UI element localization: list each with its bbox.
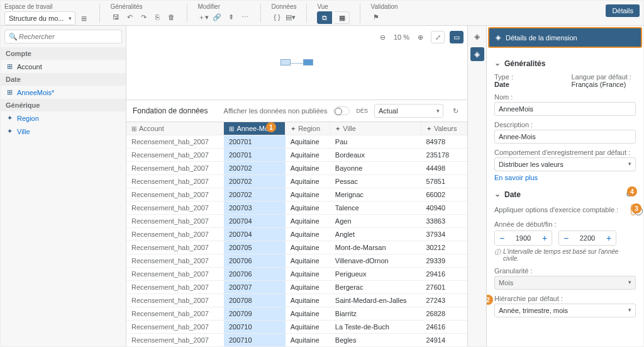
workspace-search[interactable]: 🔍 <box>4 30 122 43</box>
cell-valeurs[interactable]: 66002 <box>421 188 467 202</box>
section-date[interactable]: Date <box>494 190 636 199</box>
cell-region[interactable]: Aquitaine <box>286 241 330 254</box>
cell-account[interactable]: Recensement_hab_2007 <box>126 215 224 228</box>
learn-more-link[interactable]: En savoir plus <box>494 174 636 181</box>
cell-region[interactable]: Aquitaine <box>286 202 330 215</box>
name-input[interactable]: AnneeMois <box>494 102 636 116</box>
copy-icon[interactable]: ⎘ <box>152 11 163 23</box>
cell-valeurs[interactable]: 44498 <box>421 162 467 175</box>
cell-valeurs[interactable]: 29416 <box>421 268 467 281</box>
behavior-select[interactable]: Distribuer les valeurs <box>494 157 636 171</box>
fullscreen-icon[interactable]: ▭ <box>450 31 464 43</box>
cell-ville[interactable]: Mont-de-Marsan <box>330 241 421 254</box>
cell-ville[interactable]: Agen <box>330 215 421 228</box>
cell-region[interactable]: Aquitaine <box>286 215 330 228</box>
year-start-stepper[interactable]: − 1900 + <box>494 230 552 246</box>
year-end-stepper[interactable]: − 2200 + <box>558 230 616 246</box>
cell-ville[interactable]: Anglet <box>330 228 421 241</box>
cell-ville[interactable]: La Teste-de-Buch <box>330 321 421 334</box>
cell-account[interactable]: Recensement_hab_2007 <box>126 175 224 188</box>
table-row[interactable]: Recensement_hab_2007200705AquitaineMont-… <box>126 241 467 254</box>
cell-ville[interactable]: Bordeaux <box>330 149 421 162</box>
year-end-plus[interactable]: + <box>602 231 616 245</box>
cell-ville[interactable]: Merignac <box>330 188 421 202</box>
cell-annee[interactable]: 200710 <box>224 334 286 347</box>
workspace-settings-icon[interactable]: ⊞ <box>78 13 89 24</box>
cell-annee[interactable]: 200708 <box>224 294 286 307</box>
cell-annee[interactable]: 200704 <box>224 215 286 228</box>
section-general[interactable]: Généralités <box>494 59 636 68</box>
cell-account[interactable]: Recensement_hab_2007 <box>126 149 224 162</box>
data-braces-icon[interactable]: { } <box>271 11 282 23</box>
cell-valeurs[interactable]: 84978 <box>421 135 467 149</box>
table-row[interactable]: Recensement_hab_2007200707AquitaineBerge… <box>126 281 467 294</box>
cell-region[interactable]: Aquitaine <box>286 135 330 149</box>
cell-account[interactable]: Recensement_hab_2007 <box>126 294 224 307</box>
more-modify-icon[interactable]: ⋯ <box>239 11 250 23</box>
cell-account[interactable]: Recensement_hab_2007 <box>126 254 224 268</box>
cell-region[interactable]: Aquitaine <box>286 149 330 162</box>
cell-region[interactable]: Aquitaine <box>286 321 330 334</box>
column-header-region[interactable]: ✦Region <box>286 122 330 135</box>
cell-account[interactable]: Recensement_hab_2007 <box>126 135 224 149</box>
save-icon[interactable]: 🖫 <box>110 11 121 23</box>
cube-filled-icon[interactable]: ◈ <box>470 47 484 61</box>
data-table-container[interactable]: ⊞Account⊞Annee-Mois1✦Region✦Ville✦Valeur… <box>126 122 467 346</box>
fit-screen-icon[interactable]: ⤢ <box>431 31 445 43</box>
link-icon[interactable]: 🔗 <box>211 11 223 23</box>
desc-input[interactable]: Annee-Mois <box>494 130 636 144</box>
cell-ville[interactable]: Begles <box>330 334 421 347</box>
cell-valeurs[interactable]: 26828 <box>421 307 467 321</box>
cell-ville[interactable]: Bayonne <box>330 162 421 175</box>
table-row[interactable]: Recensement_hab_2007200710AquitaineBegle… <box>126 334 467 347</box>
cell-account[interactable]: Recensement_hab_2007 <box>126 321 224 334</box>
table-row[interactable]: Recensement_hab_2007200709AquitaineBiarr… <box>126 307 467 321</box>
cell-valeurs[interactable]: 27601 <box>421 281 467 294</box>
workspace-structure-select[interactable]: Structure du mo... <box>4 11 75 25</box>
cell-ville[interactable]: Talence <box>330 202 421 215</box>
table-row[interactable]: Recensement_hab_2007200704AquitaineAgen3… <box>126 215 467 228</box>
table-row[interactable]: Recensement_hab_2007200702AquitainePessa… <box>126 175 467 188</box>
cell-annee[interactable]: 200709 <box>224 307 286 321</box>
table-row[interactable]: Recensement_hab_2007200703AquitaineTalen… <box>126 202 467 215</box>
cell-region[interactable]: Aquitaine <box>286 162 330 175</box>
cell-region[interactable]: Aquitaine <box>286 188 330 202</box>
cell-region[interactable]: Aquitaine <box>286 228 330 241</box>
table-row[interactable]: Recensement_hab_2007200710AquitaineLa Te… <box>126 321 467 334</box>
cell-annee[interactable]: 200706 <box>224 268 286 281</box>
zoom-in-icon[interactable]: ⊕ <box>414 31 426 43</box>
cell-annee[interactable]: 200703 <box>224 202 286 215</box>
cell-region[interactable]: Aquitaine <box>286 334 330 347</box>
cell-annee[interactable]: 200710 <box>224 321 286 334</box>
table-row[interactable]: Recensement_hab_2007200706AquitainePerig… <box>126 268 467 281</box>
year-end-minus[interactable]: − <box>559 231 573 245</box>
cell-region[interactable]: Aquitaine <box>286 307 330 321</box>
cell-account[interactable]: Recensement_hab_2007 <box>126 281 224 294</box>
version-select[interactable]: Actual <box>374 104 443 118</box>
table-row[interactable]: Recensement_hab_2007200702AquitaineBayon… <box>126 162 467 175</box>
cell-ville[interactable]: Pessac <box>330 175 421 188</box>
details-button[interactable]: Détails <box>606 4 640 17</box>
cell-region[interactable]: Aquitaine <box>286 294 330 307</box>
cell-ville[interactable]: Saint-Medard-en-Jalles <box>330 294 421 307</box>
cell-valeurs[interactable]: 37934 <box>421 228 467 241</box>
validation-icon[interactable]: ⚑ <box>370 11 382 23</box>
cell-valeurs[interactable]: 27243 <box>421 294 467 307</box>
column-header-account[interactable]: ⊞Account <box>126 122 224 135</box>
cell-ville[interactable]: Biarritz <box>330 307 421 321</box>
cell-region[interactable]: Aquitaine <box>286 281 330 294</box>
cell-account[interactable]: Recensement_hab_2007 <box>126 228 224 241</box>
cell-valeurs[interactable]: 33863 <box>421 215 467 228</box>
table-row[interactable]: Recensement_hab_2007200708AquitaineSaint… <box>126 294 467 307</box>
cube-outline-icon[interactable]: ◈ <box>470 30 484 43</box>
table-row[interactable]: Recensement_hab_2007200706AquitaineVille… <box>126 254 467 268</box>
add-icon[interactable]: ＋▾ <box>197 11 209 23</box>
cell-ville[interactable]: Villenave-dOrnon <box>330 254 421 268</box>
delete-icon[interactable]: 🗑 <box>165 11 177 23</box>
cell-account[interactable]: Recensement_hab_2007 <box>126 241 224 254</box>
workspace-item[interactable]: ⊞AnneeMois* <box>1 86 126 99</box>
cell-region[interactable]: Aquitaine <box>286 268 330 281</box>
undo-icon[interactable]: ↶ <box>124 11 135 23</box>
cell-ville[interactable]: Pau <box>330 135 421 149</box>
cell-valeurs[interactable]: 24914 <box>421 334 467 347</box>
